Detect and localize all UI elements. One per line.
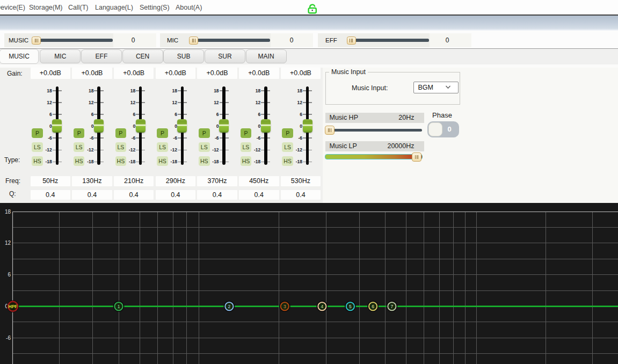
svg-text:6: 6 xyxy=(8,272,11,278)
svg-text:6: 6 xyxy=(372,304,374,309)
svg-text:HPF: HPF xyxy=(9,304,18,309)
svg-text:4: 4 xyxy=(321,304,324,309)
svg-text:12: 12 xyxy=(5,240,11,246)
svg-text:18: 18 xyxy=(5,209,11,215)
svg-text:1: 1 xyxy=(118,304,120,309)
svg-text:-6: -6 xyxy=(6,335,11,341)
svg-text:3: 3 xyxy=(283,304,286,309)
svg-text:7: 7 xyxy=(391,304,394,309)
svg-text:2: 2 xyxy=(228,304,231,309)
svg-text:5: 5 xyxy=(349,304,352,309)
